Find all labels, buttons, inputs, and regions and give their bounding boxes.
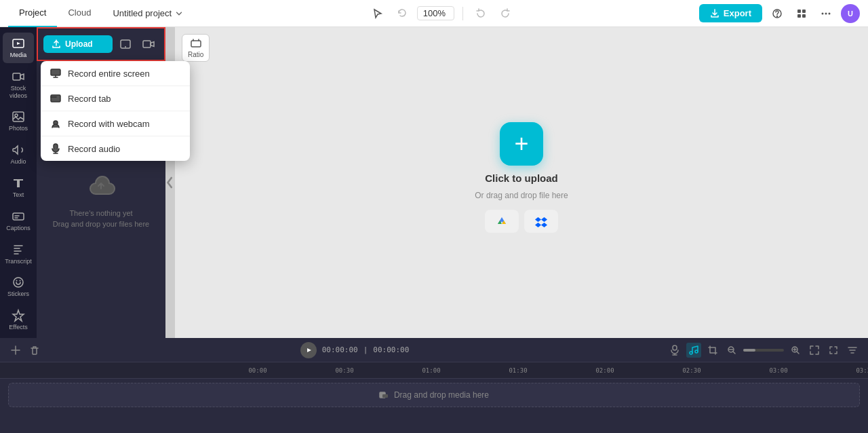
svg-rect-30 — [382, 394, 388, 398]
topbar-right: Export U — [699, 4, 860, 23]
mic-timeline-icon — [669, 345, 680, 356]
ratio-button[interactable]: Ratio — [182, 34, 210, 62]
help-button[interactable] — [768, 5, 787, 22]
tab-group: Project Cloud — [8, 0, 102, 27]
timeline-toolbar-left — [8, 343, 42, 358]
audio-icon — [12, 143, 25, 157]
delete-track-button[interactable] — [27, 343, 42, 358]
fit-button[interactable] — [807, 343, 822, 358]
sidebar-item-effects[interactable]: Effects — [3, 305, 34, 335]
captions-icon — [12, 210, 25, 223]
avatar[interactable]: U — [841, 4, 860, 23]
tablet-view-button[interactable] — [115, 34, 136, 54]
dropdown-item-record-screen[interactable]: Record entire screen — [41, 61, 190, 86]
undo-icon-2 — [475, 8, 486, 19]
stickers-icon — [12, 276, 25, 289]
zoom-in-button[interactable] — [788, 343, 803, 358]
upload-button[interactable]: Upload — [43, 35, 113, 53]
transcript-icon — [12, 243, 25, 257]
undo-history-button[interactable] — [471, 5, 490, 22]
google-drive-icon — [496, 215, 508, 227]
ruler-mark-4: 02:00 — [561, 367, 648, 374]
sidebar-item-captions[interactable]: Captions — [3, 206, 34, 236]
svg-rect-23 — [191, 41, 201, 47]
sidebar-item-photos-label: Photos — [9, 125, 28, 132]
fullscreen-button[interactable] — [826, 343, 841, 358]
dropdown-item-record-audio[interactable]: Record audio — [41, 136, 190, 161]
topbar-center: 100% — [368, 5, 515, 22]
dropbox-button[interactable] — [524, 210, 558, 233]
google-drive-button[interactable] — [485, 210, 519, 233]
ruler-mark-2: 01:00 — [388, 367, 475, 374]
drop-zone-bar[interactable]: Drag and drop media here — [8, 383, 860, 407]
tab-project[interactable]: Project — [8, 0, 57, 27]
redo-button[interactable] — [496, 5, 515, 22]
time-separator: | — [363, 345, 368, 354]
svg-rect-18 — [143, 41, 151, 48]
sidebar-item-text-label: Text — [13, 191, 24, 199]
fit-icon — [809, 345, 820, 356]
music-button[interactable] — [686, 343, 701, 358]
webcam-icon — [50, 118, 61, 129]
music-icon — [688, 345, 699, 356]
zoom-out-icon — [726, 345, 737, 356]
timeline-toolbar-center: 00:00:00 | 00:00:00 — [47, 342, 662, 358]
svg-rect-4 — [797, 14, 801, 18]
svg-rect-20 — [51, 95, 60, 102]
undo-icon — [397, 8, 408, 19]
screen-record-button[interactable] — [138, 34, 159, 54]
ruler-mark-5: 02:30 — [648, 367, 735, 374]
effects-icon — [12, 309, 25, 322]
export-settings-button[interactable] — [845, 343, 860, 358]
ratio-icon — [190, 37, 202, 50]
ruler-mark-6: 03:00 — [735, 367, 822, 374]
dropdown-item-record-webcam[interactable]: Record with webcam — [41, 111, 190, 136]
layout-button[interactable] — [792, 5, 811, 22]
dropbox-icon — [535, 215, 547, 227]
zoom-out-button[interactable] — [724, 343, 739, 358]
ruler-mark-3: 01:30 — [475, 367, 561, 374]
zoom-slider[interactable] — [743, 349, 784, 352]
cursor-icon — [372, 8, 383, 19]
svg-point-1 — [776, 16, 777, 16]
undo-button[interactable] — [393, 5, 412, 22]
sidebar-item-text[interactable]: Text — [3, 172, 34, 203]
upload-sources — [485, 210, 558, 233]
dropdown-item-record-tab[interactable]: Record tab — [41, 86, 190, 111]
upload-plus-button[interactable]: + — [500, 122, 543, 166]
play-button[interactable] — [300, 342, 317, 358]
more-button[interactable] — [816, 5, 835, 22]
sidebar-item-audio[interactable]: Audio — [3, 139, 34, 170]
svg-rect-10 — [13, 73, 20, 80]
zoom-control[interactable]: 100% — [417, 6, 454, 20]
sidebar-item-media[interactable]: Media — [3, 33, 34, 63]
cursor-tool-button[interactable] — [368, 5, 387, 22]
project-title[interactable]: Untitled project — [113, 8, 184, 18]
topbar: Project Cloud Untitled project 100% Expo — [0, 0, 868, 27]
panel-empty-text: There's nothing yet Drag and drop your f… — [53, 208, 149, 230]
add-track-icon — [10, 345, 21, 356]
export-button[interactable]: Export — [699, 4, 762, 22]
export-settings-icon — [847, 345, 858, 356]
timeline-tracks: Drag and drop media here — [0, 379, 868, 433]
main-content: Media Stock videos Photos Audio Text Cap… — [0, 27, 868, 338]
crop-button[interactable] — [705, 343, 720, 358]
mic-button[interactable] — [667, 343, 682, 358]
sidebar-item-photos[interactable]: Photos — [3, 106, 34, 136]
tab-icon — [50, 93, 61, 104]
sidebar-item-stock-videos[interactable]: Stock videos — [3, 66, 34, 104]
record-icon — [142, 38, 155, 50]
canvas-area: Ratio + Click to upload Or drag and drop… — [175, 27, 868, 338]
bottom-area: 00:00:00 | 00:00:00 — [0, 338, 868, 433]
photos-icon — [12, 110, 25, 124]
cloud-upload-icon — [85, 170, 117, 202]
sidebar-item-stock-videos-label: Stock videos — [5, 85, 31, 100]
tab-cloud[interactable]: Cloud — [57, 0, 102, 27]
drag-media-icon — [379, 390, 389, 400]
sidebar-item-stickers[interactable]: Stickers — [3, 271, 34, 302]
sidebar-item-transcript[interactable]: Transcript — [3, 239, 34, 269]
svg-point-7 — [825, 12, 827, 14]
add-track-button[interactable] — [8, 343, 23, 358]
stock-videos-icon — [12, 70, 25, 83]
left-panel: Upload Record entire screen Record tab — [37, 27, 165, 338]
